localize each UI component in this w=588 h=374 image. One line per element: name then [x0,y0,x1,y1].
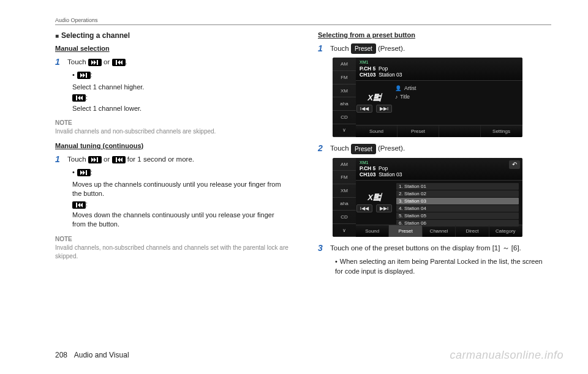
note-label: NOTE [55,236,288,242]
preset-button[interactable]: Preset [389,225,422,237]
station-name: Station 03 [379,72,402,78]
svg-marker-23 [80,203,83,208]
note-text: Invalid channels, non-subscribed channel… [55,244,288,261]
bullet-item: •: [72,167,288,178]
direct-button[interactable]: Direct [456,225,489,237]
svg-marker-22 [78,203,80,208]
svg-rect-2 [97,60,98,65]
step-text-part: or [102,58,112,65]
step-text-part: Touch [330,144,351,152]
next-track-icon [88,156,102,163]
step-text: Touch Preset (Preset). [330,143,551,154]
channel-button[interactable]: Channel [423,225,456,237]
subheading-preset: Selecting from a preset button [318,31,551,39]
xm-logo-icon: X༖ [368,93,381,102]
svg-rect-8 [86,73,87,78]
settings-button[interactable]: Settings [481,125,522,137]
step-text-part: Touch [67,58,88,65]
preset-list-item[interactable]: 5. Station 05 [396,212,519,219]
seek-prev-button[interactable]: I◀◀ [356,105,372,113]
title-label: Title [400,93,410,102]
band-label: XM1 [360,60,402,65]
title-icon: ♪ [395,93,398,102]
source-tab-more[interactable]: ∨ [333,224,356,237]
svg-marker-13 [94,157,96,162]
svg-marker-0 [91,60,94,65]
source-tab-cd[interactable]: CD [333,211,356,224]
step-text-part: . [126,58,127,65]
left-column: ■Selecting a channel Manual selection 1 … [55,31,288,279]
svg-marker-6 [80,73,83,78]
bullet-item: •: [72,70,288,80]
svg-marker-17 [120,157,123,162]
back-button[interactable]: ↶ [509,160,520,169]
svg-marker-4 [118,60,120,65]
band-label: XM1 [360,160,402,165]
preset-list-item[interactable]: 2. Station 02 [396,190,519,197]
prev-track-icon [72,201,86,209]
svg-marker-7 [83,73,85,78]
svg-marker-12 [91,157,94,162]
source-tab-fm[interactable]: FM [333,171,356,184]
step-text-part: (Preset). [376,144,405,152]
svg-marker-18 [80,170,83,175]
bullet-text: When selecting an item being Parental Lo… [335,258,543,275]
source-tab-fm[interactable]: FM [333,71,356,84]
source-tab-aha[interactable]: aha [333,97,356,111]
right-column: Selecting from a preset button 1 Touch P… [318,31,551,279]
preset-list-item[interactable]: 1. Station 01 [396,183,519,190]
step-number: 2 [318,143,330,154]
category-button[interactable]: Category [489,225,522,237]
artist-label: Artist [404,84,416,93]
header-section-label: Audio Operations [55,17,551,25]
svg-rect-14 [97,157,98,162]
subheading-manual-selection: Manual selection [55,45,288,52]
seek-prev-button[interactable]: I◀◀ [356,204,372,212]
preset-button-label: Preset [351,144,376,154]
svg-rect-20 [86,170,87,175]
step-text-part: (Preset). [376,45,405,52]
preset-list-item-selected[interactable]: 3. Station 03 [396,198,519,204]
preset-ch-label: P.CH 5 [360,165,375,171]
sound-button[interactable]: Sound [356,225,389,237]
source-tab-more[interactable]: ∨ [333,124,356,138]
sound-button[interactable]: Sound [356,125,398,137]
source-tab-xm[interactable]: XM [333,184,356,198]
step-text-part: for 1 second or more. [126,155,195,163]
step-text-part: Touch [330,45,351,52]
preset-button[interactable]: Preset [398,125,439,137]
svg-marker-16 [118,157,120,162]
svg-marker-11 [80,95,83,100]
category-label: Pop [379,65,388,72]
page-number: 208 [55,351,67,359]
desc-move-down: Moves down the channels continuously unt… [72,211,288,230]
source-tab-xm[interactable]: XM [333,84,356,98]
next-track-icon [77,169,91,176]
step-number: 1 [55,57,67,67]
seek-next-button[interactable]: ▶▶I [376,105,392,113]
watermark: carmanualsonline.info [450,349,564,362]
source-tab-am[interactable]: AM [333,58,356,71]
next-track-icon [77,72,91,79]
preset-list-item[interactable]: 4. Station 04 [396,205,519,212]
source-tab-am[interactable]: AM [333,158,356,171]
svg-marker-5 [120,60,123,65]
section-title-selecting-channel: ■Selecting a channel [55,31,288,40]
channel-label: CH103 [360,171,375,178]
category-label: Pop [379,165,388,171]
note-label: NOTE [55,119,288,126]
step-number: 1 [318,43,330,54]
source-tab-aha[interactable]: aha [333,198,356,211]
prev-track-icon [112,156,126,163]
svg-rect-15 [116,157,117,162]
chapter-title: Audio and Visual [74,351,129,359]
step-text-part: Touch [67,155,88,163]
svg-rect-21 [76,203,77,208]
source-tab-cd[interactable]: CD [333,111,356,124]
bullet-item: •When selecting an item being Parental L… [335,256,551,277]
bullet-item: : [72,93,288,102]
note-text: Invalid channels and non-subscribed chan… [55,127,288,136]
step-text: Touch Preset (Preset). [330,43,551,54]
seek-next-button[interactable]: ▶▶I [376,204,392,212]
desc-channel-higher: Select 1 channel higher. [72,83,288,92]
